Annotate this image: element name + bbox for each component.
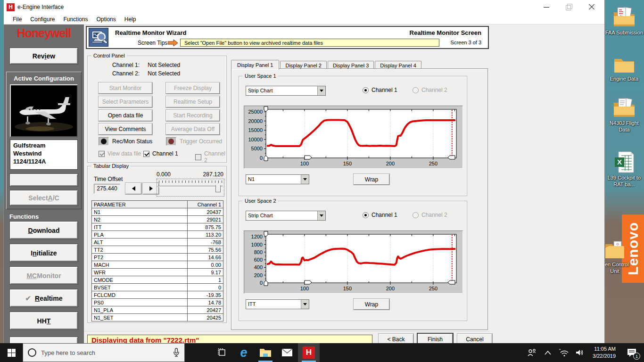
- table-row[interactable]: N1_SET20425: [92, 314, 223, 321]
- step-back-button[interactable]: [125, 183, 141, 194]
- people-icon[interactable]: [525, 343, 539, 362]
- edge-button[interactable]: e: [233, 343, 255, 362]
- user-space-2-channel2-radio[interactable]: Channel 2: [413, 212, 447, 218]
- hht-button[interactable]: HHT: [10, 312, 78, 329]
- desktop-icon-engine-data[interactable]: Engine Data: [604, 50, 644, 82]
- close-icon[interactable]: [588, 4, 595, 10]
- table-row[interactable]: WFR9.17: [92, 269, 223, 276]
- slider-track[interactable]: [158, 186, 223, 187]
- svg-text:250: 250: [429, 161, 438, 166]
- strip-chart-2[interactable]: 020040060080010001200100150200250: [244, 230, 463, 294]
- chevron-down-icon[interactable]: [301, 175, 309, 184]
- taskbar-clock[interactable]: 11:05 AM 3/22/2019: [589, 346, 619, 360]
- mail-button[interactable]: [276, 343, 298, 362]
- user-space-1-mode-dropdown[interactable]: Strip Chart: [246, 86, 326, 96]
- mc-monitor-button[interactable]: MC Monitor: [10, 267, 78, 284]
- table-row[interactable]: BVSET0: [92, 284, 223, 291]
- radio-selected-icon[interactable]: [363, 87, 369, 93]
- tab-display-panel-1[interactable]: Display Panel 1: [231, 60, 279, 70]
- strip-chart-1[interactable]: 0500010000150002000025000100150200250: [244, 106, 463, 169]
- select-parameters-button[interactable]: Select Parameters: [99, 96, 152, 107]
- checkbox-icon[interactable]: [143, 151, 149, 157]
- table-row[interactable]: PLA113.20: [92, 231, 223, 239]
- minimize-icon[interactable]: [543, 4, 550, 10]
- user-space-2-parameter-dropdown[interactable]: ITT: [246, 299, 309, 309]
- view-data-file-checkbox[interactable]: View data file: [99, 150, 141, 157]
- user-space-1-wrap-button[interactable]: Wrap: [354, 174, 389, 185]
- time-offset-value[interactable]: 275.440: [94, 184, 120, 194]
- microphone-icon[interactable]: [173, 348, 180, 357]
- channel-2-checkbox[interactable]: Channel 2: [195, 150, 226, 164]
- table-row[interactable]: N1_PLA20427: [92, 306, 223, 314]
- speaker-icon[interactable]: [573, 343, 587, 362]
- table-row[interactable]: ALT-768: [92, 239, 223, 246]
- open-data-file-button[interactable]: Open data file: [99, 110, 152, 121]
- table-row[interactable]: CMODE1: [92, 276, 223, 284]
- aircraft-illustration: [11, 85, 77, 136]
- table-row[interactable]: PS014.78: [92, 299, 223, 306]
- action-center-button[interactable]: 1: [621, 343, 642, 362]
- user-space-1-parameter-dropdown[interactable]: N1: [246, 174, 309, 184]
- start-monitor-button[interactable]: Start Monitor: [99, 82, 152, 94]
- channel-1-checkbox[interactable]: Channel 1: [143, 150, 178, 157]
- desktop-icon-l39-cockpit-to-rat-ba[interactable]: XL39 Cockpit to RAT ba...: [604, 149, 644, 188]
- e-engine-app-button[interactable]: H: [298, 343, 320, 362]
- average-data-off-button[interactable]: Average Data Off: [166, 123, 220, 135]
- blank-button[interactable]: [10, 174, 78, 186]
- start-recording-button[interactable]: Start Recording: [166, 110, 220, 121]
- table-row[interactable]: MACH0.00: [92, 261, 223, 269]
- menu-functions[interactable]: Functions: [59, 15, 92, 24]
- menu-file[interactable]: File: [8, 15, 26, 24]
- radio-selected-icon[interactable]: [363, 212, 369, 218]
- finish-button[interactable]: Finish: [418, 334, 453, 343]
- user-space-1-channel1-radio[interactable]: Channel 1: [363, 87, 397, 93]
- menu-configure[interactable]: Configure: [26, 15, 59, 24]
- file-explorer-button[interactable]: [255, 343, 276, 362]
- radio-disabled-icon[interactable]: [413, 212, 419, 218]
- download-button[interactable]: Download: [10, 222, 78, 239]
- slider-thumb[interactable]: [215, 183, 221, 192]
- taskbar-search-box[interactable]: Type here to search: [23, 343, 185, 362]
- view-comments-button[interactable]: View Comments: [99, 123, 152, 135]
- table-row[interactable]: PT214.66: [92, 254, 223, 261]
- menu-help[interactable]: Help: [120, 15, 140, 24]
- chevron-down-icon[interactable]: [317, 86, 325, 95]
- select-ac-button[interactable]: Select A/C: [10, 190, 78, 206]
- menu-options[interactable]: Options: [92, 15, 120, 24]
- radio-disabled-icon[interactable]: [413, 87, 419, 93]
- restore-icon[interactable]: [566, 4, 572, 10]
- table-row[interactable]: FCLCMD-19.35: [92, 291, 223, 299]
- wifi-icon[interactable]: *: [557, 343, 571, 362]
- table-row[interactable]: N120437: [92, 208, 223, 216]
- user-space-2-wrap-button[interactable]: Wrap: [354, 299, 389, 310]
- start-button[interactable]: [0, 343, 23, 362]
- cancel-button[interactable]: Cancel: [457, 334, 492, 343]
- review-button[interactable]: Review: [10, 48, 78, 64]
- user-space-1-channel2-radio[interactable]: Channel 2: [413, 87, 447, 93]
- slider-max-label: 287.120: [203, 171, 223, 178]
- back-button[interactable]: < Back: [379, 334, 413, 343]
- user-space-2-mode-dropdown[interactable]: Strip Chart: [246, 211, 326, 221]
- realtime-setup-button[interactable]: Realtime Setup: [166, 96, 220, 107]
- desktop-icon-faa-submission[interactable]: FAA Submission: [604, 4, 644, 36]
- checkbox-icon[interactable]: [195, 154, 201, 160]
- table-row[interactable]: TT275.56: [92, 246, 223, 254]
- time-offset-slider[interactable]: [157, 179, 224, 197]
- wizard-screen-title: Realtime Monitor Screen: [410, 29, 481, 36]
- tray-chevron-up-icon[interactable]: [541, 343, 555, 362]
- table-row[interactable]: ITT875.75: [92, 223, 223, 231]
- table-row[interactable]: N229021: [92, 216, 223, 223]
- svg-text:100: 100: [300, 161, 309, 166]
- task-view-button[interactable]: [211, 343, 233, 362]
- chevron-down-icon[interactable]: [301, 300, 309, 309]
- initialize-button[interactable]: Initialize: [10, 244, 78, 262]
- column-header-channel1: Channel 1: [188, 201, 223, 208]
- desktop-icon-n430j-flight-data[interactable]: N430J Flight Data: [604, 94, 644, 133]
- blank-bottom-button[interactable]: [10, 337, 78, 343]
- user-space-2-channel1-radio[interactable]: Channel 1: [363, 212, 397, 218]
- checkbox-icon[interactable]: [99, 151, 105, 157]
- chevron-down-icon[interactable]: [317, 211, 325, 220]
- time-offset-label: Time Offset: [94, 176, 123, 182]
- realtime-button[interactable]: ✔Realtime: [10, 289, 78, 307]
- freeze-display-button[interactable]: Freeze Display: [166, 82, 220, 94]
